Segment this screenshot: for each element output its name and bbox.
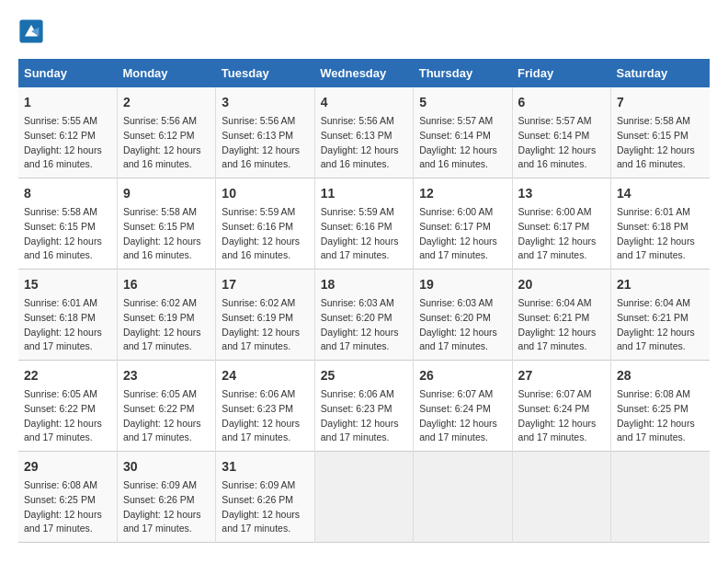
daylight-line: Daylight: 12 hours and 17 minutes. — [321, 236, 399, 261]
sunset-line: Sunset: 6:17 PM — [518, 221, 590, 232]
day-number: 18 — [321, 275, 407, 294]
calendar-body: 1Sunrise: 5:55 AMSunset: 6:12 PMDaylight… — [18, 87, 710, 543]
day-number: 14 — [617, 184, 704, 203]
weekday-header-thursday: Thursday — [414, 59, 512, 87]
sunrise-line: Sunrise: 6:02 AM — [123, 297, 197, 308]
calendar-week-row: 8Sunrise: 5:58 AMSunset: 6:15 PMDaylight… — [18, 178, 710, 270]
weekday-header-sunday: Sunday — [18, 59, 117, 87]
sunrise-line: Sunrise: 5:56 AM — [321, 115, 394, 126]
sunset-line: Sunset: 6:15 PM — [617, 130, 688, 141]
sunrise-line: Sunrise: 6:02 AM — [222, 297, 295, 308]
sunrise-line: Sunrise: 6:07 AM — [518, 388, 592, 399]
calendar-week-row: 1Sunrise: 5:55 AMSunset: 6:12 PMDaylight… — [18, 87, 710, 178]
calendar-cell: 2Sunrise: 5:56 AMSunset: 6:12 PMDaylight… — [117, 87, 215, 178]
sunrise-line: Sunrise: 6:00 AM — [518, 206, 592, 217]
daylight-line: Daylight: 12 hours and 16 minutes. — [123, 144, 201, 170]
sunrise-line: Sunrise: 5:58 AM — [617, 115, 690, 126]
calendar-cell: 20Sunrise: 6:04 AMSunset: 6:21 PMDayligh… — [512, 270, 610, 361]
weekday-header-wednesday: Wednesday — [314, 59, 413, 87]
daylight-line: Daylight: 12 hours and 16 minutes. — [222, 236, 300, 261]
daylight-line: Daylight: 12 hours and 16 minutes. — [419, 144, 497, 170]
sunset-line: Sunset: 6:23 PM — [222, 403, 293, 414]
sunset-line: Sunset: 6:17 PM — [419, 221, 491, 232]
sunset-line: Sunset: 6:24 PM — [419, 403, 491, 414]
calendar-cell: 4Sunrise: 5:56 AMSunset: 6:13 PMDaylight… — [314, 87, 413, 178]
calendar-cell: 16Sunrise: 6:02 AMSunset: 6:19 PMDayligh… — [117, 270, 215, 361]
day-number: 13 — [518, 184, 605, 203]
day-number: 10 — [222, 184, 308, 203]
sunrise-line: Sunrise: 6:06 AM — [321, 388, 394, 399]
daylight-line: Daylight: 12 hours and 16 minutes. — [24, 236, 102, 261]
calendar-cell: 27Sunrise: 6:07 AMSunset: 6:24 PMDayligh… — [512, 361, 610, 452]
calendar-cell: 11Sunrise: 5:59 AMSunset: 6:16 PMDayligh… — [314, 178, 413, 270]
sunrise-line: Sunrise: 5:56 AM — [222, 115, 295, 126]
day-number: 3 — [222, 93, 308, 112]
sunset-line: Sunset: 6:12 PM — [24, 130, 96, 141]
daylight-line: Daylight: 12 hours and 16 minutes. — [617, 144, 695, 170]
sunset-line: Sunset: 6:26 PM — [222, 494, 293, 505]
sunrise-line: Sunrise: 5:59 AM — [321, 206, 394, 217]
calendar-cell: 30Sunrise: 6:09 AMSunset: 6:26 PMDayligh… — [117, 452, 215, 543]
calendar-cell — [512, 452, 610, 543]
sunrise-line: Sunrise: 6:04 AM — [617, 297, 690, 308]
sunset-line: Sunset: 6:13 PM — [321, 130, 392, 141]
calendar-cell: 13Sunrise: 6:00 AMSunset: 6:17 PMDayligh… — [512, 178, 610, 270]
daylight-line: Daylight: 12 hours and 17 minutes. — [617, 236, 695, 261]
daylight-line: Daylight: 12 hours and 17 minutes. — [419, 236, 497, 261]
daylight-line: Daylight: 12 hours and 17 minutes. — [123, 418, 201, 443]
sunrise-line: Sunrise: 5:57 AM — [419, 115, 493, 126]
calendar-cell: 7Sunrise: 5:58 AMSunset: 6:15 PMDaylight… — [611, 87, 710, 178]
calendar-cell: 12Sunrise: 6:00 AMSunset: 6:17 PMDayligh… — [414, 178, 512, 270]
daylight-line: Daylight: 12 hours and 17 minutes. — [24, 418, 102, 443]
day-number: 22 — [24, 366, 111, 385]
calendar-cell: 6Sunrise: 5:57 AMSunset: 6:14 PMDaylight… — [512, 87, 610, 178]
calendar-cell: 24Sunrise: 6:06 AMSunset: 6:23 PMDayligh… — [216, 361, 314, 452]
sunset-line: Sunset: 6:16 PM — [321, 221, 392, 232]
calendar-cell: 15Sunrise: 6:01 AMSunset: 6:18 PMDayligh… — [18, 270, 117, 361]
sunset-line: Sunset: 6:22 PM — [24, 403, 96, 414]
sunrise-line: Sunrise: 6:09 AM — [222, 479, 295, 490]
daylight-line: Daylight: 12 hours and 16 minutes. — [518, 144, 597, 170]
sunrise-line: Sunrise: 5:57 AM — [518, 115, 592, 126]
sunset-line: Sunset: 6:14 PM — [419, 130, 491, 141]
weekday-header-tuesday: Tuesday — [216, 59, 314, 87]
logo — [18, 18, 48, 44]
daylight-line: Daylight: 12 hours and 17 minutes. — [123, 327, 201, 352]
calendar-cell: 28Sunrise: 6:08 AMSunset: 6:25 PMDayligh… — [611, 361, 710, 452]
calendar-cell: 17Sunrise: 6:02 AMSunset: 6:19 PMDayligh… — [216, 270, 314, 361]
calendar-week-row: 22Sunrise: 6:05 AMSunset: 6:22 PMDayligh… — [18, 361, 710, 452]
daylight-line: Daylight: 12 hours and 17 minutes. — [222, 418, 300, 443]
daylight-line: Daylight: 12 hours and 17 minutes. — [518, 236, 597, 261]
calendar-week-row: 29Sunrise: 6:08 AMSunset: 6:25 PMDayligh… — [18, 452, 710, 543]
daylight-line: Daylight: 12 hours and 17 minutes. — [617, 327, 695, 352]
sunrise-line: Sunrise: 6:06 AM — [222, 388, 295, 399]
sunrise-line: Sunrise: 6:05 AM — [123, 388, 197, 399]
sunrise-line: Sunrise: 6:08 AM — [617, 388, 690, 399]
daylight-line: Daylight: 12 hours and 17 minutes. — [321, 418, 399, 443]
calendar-table: SundayMondayTuesdayWednesdayThursdayFrid… — [18, 59, 710, 543]
calendar-cell: 29Sunrise: 6:08 AMSunset: 6:25 PMDayligh… — [18, 452, 117, 543]
sunrise-line: Sunrise: 6:01 AM — [24, 297, 97, 308]
daylight-line: Daylight: 12 hours and 17 minutes. — [24, 327, 102, 352]
day-number: 29 — [24, 457, 111, 477]
calendar-cell: 9Sunrise: 5:58 AMSunset: 6:15 PMDaylight… — [117, 178, 215, 270]
weekday-header-saturday: Saturday — [611, 59, 710, 87]
day-number: 21 — [617, 275, 704, 294]
weekday-header-friday: Friday — [512, 59, 610, 87]
day-number: 8 — [24, 184, 111, 203]
sunrise-line: Sunrise: 5:55 AM — [24, 115, 97, 126]
sunrise-line: Sunrise: 6:07 AM — [419, 388, 493, 399]
calendar-cell: 25Sunrise: 6:06 AMSunset: 6:23 PMDayligh… — [314, 361, 413, 452]
sunset-line: Sunset: 6:19 PM — [222, 312, 293, 323]
day-number: 17 — [222, 275, 308, 294]
calendar-cell: 22Sunrise: 6:05 AMSunset: 6:22 PMDayligh… — [18, 361, 117, 452]
calendar-cell — [414, 452, 512, 543]
day-number: 30 — [123, 457, 210, 477]
calendar-week-row: 15Sunrise: 6:01 AMSunset: 6:18 PMDayligh… — [18, 270, 710, 361]
calendar-cell: 10Sunrise: 5:59 AMSunset: 6:16 PMDayligh… — [216, 178, 314, 270]
sunrise-line: Sunrise: 6:03 AM — [419, 297, 493, 308]
sunset-line: Sunset: 6:18 PM — [617, 221, 688, 232]
sunset-line: Sunset: 6:24 PM — [518, 403, 590, 414]
daylight-line: Daylight: 12 hours and 16 minutes. — [24, 144, 102, 170]
daylight-line: Daylight: 12 hours and 17 minutes. — [123, 509, 201, 534]
